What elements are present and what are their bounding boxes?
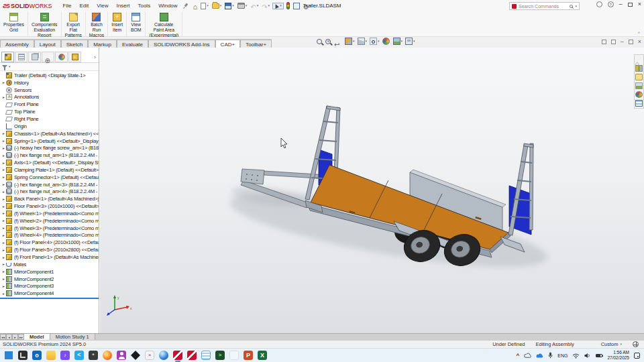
widgets-icon[interactable] [18, 351, 28, 360]
tree-item-row[interactable]: ▸ (f) Floor Panel<5> (2010x2800) <<Defau… [0, 246, 99, 253]
design-library-icon[interactable] [635, 65, 643, 72]
tree-item-row[interactable]: ▸ (-) hex flange nut_am<4> (B18.2.2.4M -… [0, 188, 99, 196]
feature-panel-tab[interactable] [15, 52, 28, 62]
headsup-tool[interactable] [382, 38, 390, 45]
restore-icon[interactable] [628, 3, 633, 7]
tree-item-row[interactable]: ▸ Back Panel<1> (Default<As Machined>) <… [0, 195, 99, 202]
solidworks2-taskbar-icon[interactable] [187, 351, 197, 360]
powerpoint-icon[interactable] [244, 351, 253, 360]
microphone-icon[interactable] [548, 352, 553, 359]
cloud-icon[interactable] [524, 353, 531, 359]
viewer-icon[interactable] [145, 351, 154, 360]
tree-item-row[interactable]: Top Plane [0, 108, 99, 115]
tab-nav-button[interactable]: ▸▸ [18, 334, 24, 340]
tree-item-row[interactable]: ▸ Annotations [0, 94, 99, 101]
command-button[interactable]: Properties Grid [0, 11, 28, 36]
battery-icon[interactable] [596, 354, 602, 357]
undo-icon[interactable]: ▾ [250, 0, 259, 13]
redo-icon[interactable]: ▾ [261, 0, 270, 13]
feature-panel-tab[interactable] [42, 52, 54, 62]
menu-item[interactable]: File [59, 1, 76, 10]
headsup-tool[interactable]: ▾ [345, 38, 355, 45]
minimize-icon[interactable]: – [619, 1, 623, 7]
zoom-area-icon[interactable] [325, 39, 331, 44]
headsup-tool[interactable]: ▾ [393, 38, 403, 45]
profile-app-icon[interactable] [117, 351, 126, 360]
tree-item-row[interactable]: ▸ Clamping Plate<1> (Default) <<Default>… [0, 166, 99, 174]
doc-pane-left-icon[interactable] [602, 40, 606, 44]
headsup-tool[interactable] [334, 38, 342, 45]
tree-item-row[interactable]: Origin [0, 123, 99, 130]
graphics-area[interactable]: y x [100, 48, 644, 333]
print-icon[interactable]: ▾ [237, 2, 248, 9]
tab-nav-button[interactable]: ◂ [6, 334, 12, 340]
outlook-icon[interactable] [32, 351, 42, 360]
model-tab[interactable]: Model [24, 334, 50, 340]
doc-close-icon[interactable]: × [638, 39, 641, 45]
menu-item[interactable]: Insert [112, 1, 133, 10]
taskbar-clock[interactable]: 1:56 AM 27/02/2025 [607, 350, 629, 361]
tree-item-row[interactable]: Front Plane [0, 101, 99, 108]
menu-item[interactable]: View [93, 1, 112, 10]
doc-pane-right-icon[interactable] [611, 40, 616, 44]
tree-item-row[interactable]: ▸ Axis<1> (Default) <<Default>_Display S… [0, 159, 99, 166]
start-icon[interactable] [4, 351, 13, 360]
previous-view-icon[interactable] [334, 38, 341, 45]
language-indicator[interactable]: ENG [557, 353, 568, 358]
command-button[interactable]: Calculate Paint Area (Experimental) [146, 11, 182, 36]
search-icon[interactable] [570, 5, 573, 8]
headsup-tool[interactable] [325, 39, 331, 44]
tray-expand-icon[interactable]: ^ [517, 353, 520, 359]
feature-panel-tab[interactable] [28, 52, 41, 62]
view-palette-icon[interactable] [635, 82, 643, 89]
view-orientation-icon[interactable] [358, 38, 365, 45]
browser-sphere-icon[interactable] [159, 351, 168, 360]
menu-item[interactable]: Tools [133, 1, 154, 10]
open-icon[interactable]: ▾ [211, 3, 223, 9]
tree-item-row[interactable]: Sensors [0, 86, 99, 94]
help-icon[interactable]: ? [608, 1, 614, 7]
config-caret-icon[interactable]: ▾ [620, 343, 622, 346]
inkscape-icon[interactable] [131, 351, 140, 360]
explorer-icon[interactable] [46, 351, 56, 360]
panel-tabs-more-icon[interactable]: › [94, 54, 96, 60]
command-button[interactable]: Batch Run Macros [86, 11, 108, 36]
notification-icon[interactable] [634, 353, 640, 359]
search-commands-box[interactable]: Search Commands ▾ [509, 2, 580, 10]
terminal-icon[interactable] [215, 351, 225, 360]
ghost-app-icon[interactable] [229, 351, 239, 360]
options-gear-icon[interactable]: ▾ [303, 0, 312, 13]
solidworks-taskbar-icon[interactable] [173, 351, 182, 360]
rebuild-traffic-icon[interactable] [286, 1, 290, 10]
vscode-icon[interactable] [74, 351, 84, 360]
view-settings-icon[interactable] [405, 38, 413, 45]
utility-icon[interactable] [89, 351, 98, 360]
globe-icon[interactable] [633, 341, 639, 347]
tree-item-row[interactable]: ▸ MirrorComponent2 [0, 276, 99, 283]
tree-item-row[interactable]: ▸ Floor Panel<3> (2010x1000) <<Default>_… [0, 202, 99, 210]
feature-panel-tab[interactable] [55, 52, 68, 62]
tree-item-row[interactable]: ▸ (f) Wheel<4> (Predeterminado<Como meca… [0, 232, 99, 239]
tree-root-row[interactable]: Trailer (Default) <Display State-1> [0, 72, 99, 79]
headsup-tool[interactable] [317, 39, 323, 44]
model-tab[interactable]: Motion Study 1 [50, 334, 95, 340]
tree-item-row[interactable]: ▸ (f) Wheel<2> (Predeterminado<Como meca… [0, 217, 99, 225]
tree-item-row[interactable]: ▸ (f) Front Panel<1> (Default<As Machine… [0, 253, 99, 261]
appearances-icon[interactable] [635, 91, 643, 98]
doc-restore-icon[interactable] [629, 40, 633, 44]
rollback-bar[interactable] [0, 298, 99, 299]
home-icon[interactable] [193, 0, 199, 13]
tree-item-row[interactable]: ▸ Chassis<1> (Default<As Machined>) <<De… [0, 130, 99, 137]
headsup-tool[interactable]: ▾ [370, 38, 380, 45]
tree-item-row[interactable]: ▸ History [0, 79, 99, 86]
section-view-icon[interactable] [345, 38, 352, 45]
zoom-fit-icon[interactable] [317, 39, 322, 44]
select-tool-icon[interactable]: ▾ [272, 3, 284, 9]
close-icon[interactable]: × [638, 1, 641, 7]
save-icon[interactable]: ▾ [224, 2, 235, 10]
new-document-icon[interactable]: ▾ [200, 2, 209, 10]
edit-appearance-icon[interactable] [382, 38, 390, 45]
command-button[interactable]: Components Evaluation Report [28, 11, 62, 36]
tab-nav-button[interactable]: ▸ [12, 334, 18, 340]
command-button[interactable]: Insert Item [108, 11, 127, 36]
